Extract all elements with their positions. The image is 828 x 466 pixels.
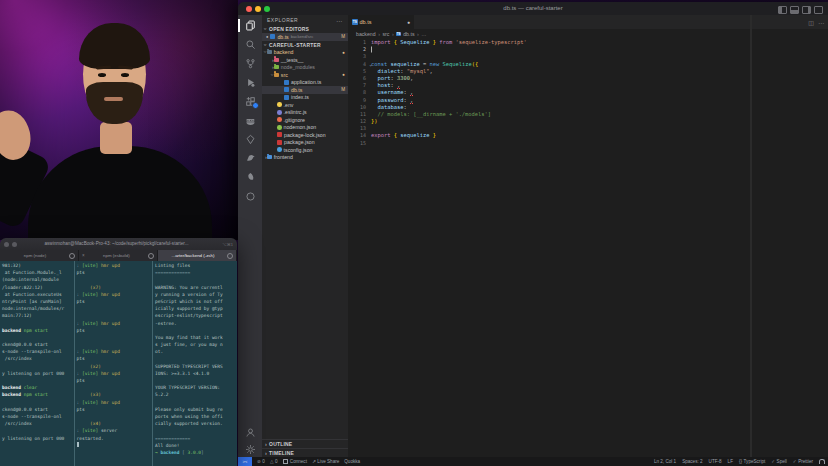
tree-item[interactable]: ›src● (262, 71, 348, 79)
breadcrumb-item[interactable]: db.ts (403, 31, 414, 37)
status-item-0[interactable]: △0 (270, 459, 278, 464)
remote-indicator[interactable]: >< (238, 457, 252, 466)
customize-layout-icon[interactable] (814, 6, 823, 14)
toggle-secondary-sidebar-icon[interactable] (802, 6, 811, 14)
tree-item[interactable]: index.ts (262, 94, 348, 102)
status-item-0[interactable]: ⊘0 (257, 459, 265, 464)
split-editor-icon[interactable]: ◫ (808, 19, 814, 26)
line-number: 9 (348, 97, 371, 104)
minimize-window-button[interactable] (12, 242, 17, 247)
project-section[interactable]: › CAREFUL-STARTER (262, 41, 348, 49)
dirty-indicator-icon[interactable]: ● (407, 19, 410, 25)
breadcrumb-item[interactable]: src (382, 31, 389, 37)
terminal-line: s-node --transpile-onl (2, 413, 72, 420)
tree-item[interactable]: nodemon.json (262, 124, 348, 132)
close-tab-icon[interactable]: × (82, 253, 85, 258)
outline-section[interactable]: › OUTLINE (262, 439, 348, 448)
dirty-indicator-icon[interactable]: ● (266, 34, 268, 39)
status-item-bell[interactable] (819, 459, 825, 464)
status-item-prettier[interactable]: ✓Prettier (793, 459, 813, 464)
terminal-line: icially supported by @typ (155, 305, 237, 312)
timeline-section[interactable]: › TIMELINE (262, 448, 348, 457)
toggle-sidebar-icon[interactable] (778, 6, 787, 14)
tree-item[interactable]: .gitignore (262, 116, 348, 124)
status-item-live-share[interactable]: ↗Live Share (312, 459, 339, 464)
code-line: 7 host: , (348, 82, 828, 89)
tree-item[interactable]: ›frontend (262, 154, 348, 162)
tree-item[interactable]: tsconfig.json (262, 146, 348, 154)
status-item-quokka[interactable]: Quokka (344, 459, 360, 464)
account-icon[interactable] (244, 427, 257, 438)
explorer-icon[interactable] (244, 20, 257, 31)
json-green-icon (277, 125, 282, 130)
breadcrumb-item[interactable]: backend (356, 31, 376, 37)
tree-item-label: db.ts (291, 87, 302, 93)
gem-icon[interactable] (244, 134, 257, 145)
tree-item[interactable]: ›__tests__ (262, 56, 348, 64)
toggle-panel-icon[interactable] (790, 6, 799, 14)
tree-item-label: backend (274, 49, 294, 55)
desktop: db.ts — careful-starter EXPLORER ⋯ › OPE… (0, 0, 828, 466)
terminal-window: aswinmohan@MacBook-Pro-43: ~/code/superh… (0, 238, 237, 466)
close-window-button[interactable] (4, 242, 9, 247)
terminal-line: s just fine, or you may n (155, 341, 237, 348)
tree-item[interactable]: ›node_modules (262, 64, 348, 72)
source-control-icon[interactable] (244, 58, 257, 69)
tree-item[interactable]: .eslintrc.js (262, 109, 348, 117)
search-icon[interactable] (244, 39, 257, 50)
tree-item[interactable]: ›backend● (262, 49, 348, 57)
more-actions-icon[interactable]: ⋯ (818, 19, 824, 26)
terminal-line: Linting files (155, 262, 237, 269)
terminal-line: pts (77, 269, 151, 276)
sidebar-actions-icon[interactable]: ⋯ (336, 17, 343, 24)
terminal-tab[interactable]: ×npm (esbuild) (79, 250, 158, 261)
status-item-connect[interactable]: Connect (283, 459, 307, 465)
terminal-line: y running a version of Ty (155, 291, 237, 298)
tree-item[interactable]: .env (262, 101, 348, 109)
status-item-typescript[interactable]: {}TypeScript (739, 459, 765, 464)
ring-icon[interactable] (244, 191, 257, 202)
tree-item[interactable]: db.tsM (262, 86, 348, 94)
status-item-spell[interactable]: ✓Spell (771, 459, 787, 464)
terminal-line: (x7) (77, 284, 151, 291)
terminal-line: (x4) (77, 420, 151, 427)
tree-item[interactable]: application.ts (262, 79, 348, 87)
terminal-line: ports when using the offi (155, 413, 237, 420)
chevron-down-icon: › (263, 28, 269, 30)
extensions-icon[interactable] (244, 96, 257, 107)
terminal-line (155, 377, 237, 384)
tab-db-ts[interactable]: TS db.ts ● (348, 15, 415, 29)
terminal-tabs: npm (node)×npm (esbuild)...arter/backend… (0, 250, 237, 261)
run-and-debug-icon[interactable] (244, 77, 257, 88)
gear-icon (148, 253, 154, 259)
code-text: export { sequelize } (371, 132, 436, 139)
code-line: 9 password: , (348, 97, 828, 104)
tree-item[interactable]: package-lock.json (262, 131, 348, 139)
terminal-line: y listening on port 000 (2, 435, 72, 442)
terminal-line (2, 377, 72, 384)
settings-gear-icon[interactable] (244, 444, 257, 455)
status-item-ln-2-col-1[interactable]: Ln 2, Col 1 (654, 459, 676, 464)
status-item-spaces-2[interactable]: Spaces: 2 (682, 459, 702, 464)
mongodb-leaf-icon[interactable] (244, 172, 257, 183)
status-item-utf-8[interactable]: UTF-8 (709, 459, 722, 464)
docker-icon[interactable] (244, 115, 257, 126)
terminal-tab[interactable]: ...arter/backend (-zsh) (158, 250, 237, 261)
terminal-tab[interactable]: npm (node) (0, 250, 79, 261)
terminal-tab-label: npm (esbuild) (87, 253, 146, 258)
thunder-client-icon[interactable] (244, 153, 257, 164)
breadcrumb-item[interactable]: … (421, 31, 426, 37)
extensions-badge (252, 102, 259, 109)
tree-item-label: application.ts (291, 79, 321, 85)
terminal-title-bar[interactable]: aswinmohan@MacBook-Pro-43: ~/code/superh… (0, 238, 237, 250)
terminal-line (155, 327, 237, 334)
ts-icon (284, 95, 289, 100)
tree-item[interactable]: package.json (262, 139, 348, 147)
code-editor[interactable]: 1import { Sequelize } from 'sequelize-ty… (348, 39, 828, 457)
line-number: 3 (348, 53, 371, 60)
vscode-title-bar[interactable]: db.ts — careful-starter (238, 2, 828, 15)
terminal-line (155, 355, 237, 362)
open-editors-section[interactable]: › OPEN EDITORS (262, 25, 348, 33)
status-item-lf[interactable]: LF (728, 459, 733, 464)
open-editor-item[interactable]: ●db.tsbackend/srcM (262, 33, 348, 41)
